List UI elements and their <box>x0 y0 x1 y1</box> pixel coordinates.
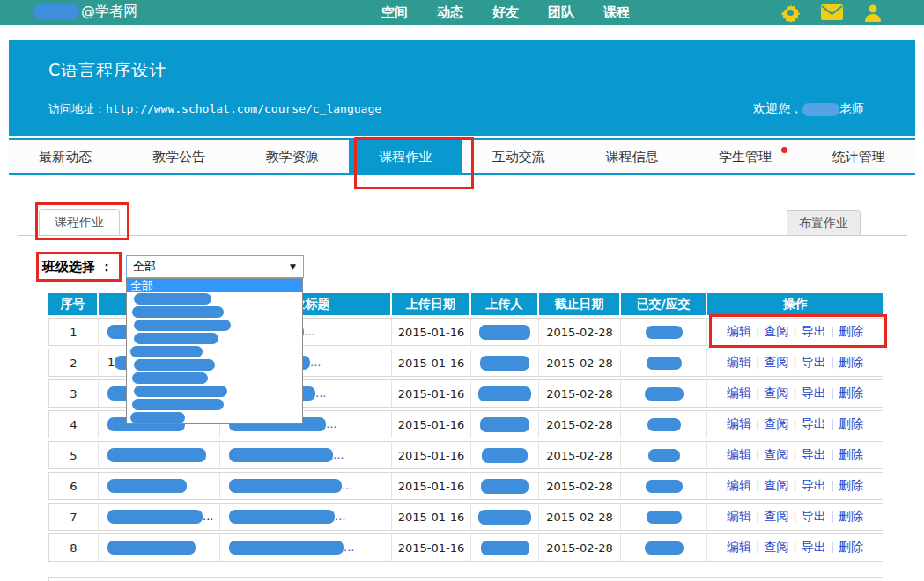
op-separator: | <box>831 479 834 492</box>
review-link[interactable]: 查阅 <box>764 540 788 554</box>
class-option-4[interactable] <box>127 319 302 332</box>
export-link[interactable]: 导出 <box>802 355 826 369</box>
review-link[interactable]: 查阅 <box>764 386 788 400</box>
export-link[interactable]: 导出 <box>802 509 826 523</box>
review-link[interactable]: 查阅 <box>764 355 788 369</box>
delete-link[interactable]: 删除 <box>839 540 863 554</box>
edit-link[interactable]: 编辑 <box>727 386 751 400</box>
redaction-class-name <box>134 359 215 371</box>
op-separator: | <box>793 479 796 492</box>
class-option-1[interactable]: 全部 <box>127 279 302 292</box>
review-link[interactable]: 查阅 <box>764 478 788 492</box>
review-link[interactable]: 查阅 <box>764 447 788 461</box>
site-label-text: @学者网 <box>81 3 137 21</box>
export-link[interactable]: 导出 <box>802 416 826 430</box>
edit-link[interactable]: 编辑 <box>727 324 751 338</box>
tab-4[interactable]: 课程作业 <box>349 140 462 173</box>
cell-deadline: 2015-02-28 <box>539 379 621 408</box>
delete-link[interactable]: 删除 <box>839 509 863 523</box>
redaction-class-name <box>134 293 211 305</box>
export-link[interactable]: 导出 <box>802 478 826 492</box>
tab-3[interactable]: 教学资源 <box>235 140 349 173</box>
topbar: @学者网 空间动态好友团队课程 <box>0 0 924 25</box>
gear-icon[interactable] <box>781 4 800 22</box>
cell-class: ... <box>99 503 220 531</box>
export-link[interactable]: 导出 <box>802 447 826 461</box>
cell-title: ... <box>220 441 392 469</box>
class-option-2[interactable] <box>127 292 302 305</box>
tab-5[interactable]: 互动交流 <box>462 140 576 173</box>
topnav-item-4[interactable]: 团队 <box>548 4 574 21</box>
cell-submitted-count <box>621 503 707 531</box>
op-separator: | <box>756 448 759 461</box>
edit-link[interactable]: 编辑 <box>727 509 751 523</box>
review-link[interactable]: 查阅 <box>764 416 788 430</box>
tab-8[interactable]: 统计管理 <box>802 140 915 173</box>
delete-link[interactable]: 删除 <box>839 416 863 430</box>
edit-link[interactable]: 编辑 <box>727 478 751 492</box>
class-option-3[interactable] <box>127 305 302 319</box>
site-label[interactable]: @学者网 <box>33 3 137 21</box>
class-option-8[interactable] <box>127 371 302 385</box>
tab-7[interactable]: 学生管理 <box>689 140 802 173</box>
delete-link[interactable]: 删除 <box>839 447 863 461</box>
title-ellipsis: ... <box>344 541 354 554</box>
topbar-nav: 空间动态好友团队课程 <box>381 0 630 25</box>
topnav-item-1[interactable]: 空间 <box>381 4 408 21</box>
class-option-10[interactable] <box>127 398 302 411</box>
class-option-6[interactable] <box>127 345 302 358</box>
class-select[interactable]: 全部 ▼ <box>126 255 304 278</box>
class-text-fragment: 1 <box>107 356 115 369</box>
delete-link[interactable]: 删除 <box>839 324 863 338</box>
export-link[interactable]: 导出 <box>802 540 826 554</box>
op-separator: | <box>756 386 759 400</box>
assignment-title-link[interactable]: ... <box>229 448 344 461</box>
class-option-9[interactable] <box>127 385 302 398</box>
col-header-6: 截止日期 <box>539 293 621 315</box>
topnav-item-2[interactable]: 动态 <box>437 4 463 21</box>
cell-seq: 8 <box>48 533 99 562</box>
delete-link[interactable]: 删除 <box>839 355 863 369</box>
review-link[interactable]: 查阅 <box>764 509 788 523</box>
redaction-class-name <box>132 372 208 384</box>
course-url[interactable]: http://www.scholat.com/course/c_language <box>106 102 381 115</box>
tab-1[interactable]: 最新动态 <box>9 140 122 173</box>
cell-submitted-count <box>621 318 707 346</box>
course-tabbar: 最新动态教学公告教学资源课程作业互动交流课程信息学生管理统计管理 <box>9 138 915 175</box>
export-link[interactable]: 导出 <box>802 386 826 400</box>
redaction-class-name <box>130 412 185 423</box>
delete-link[interactable]: 删除 <box>839 386 863 400</box>
edit-link[interactable]: 编辑 <box>727 447 751 461</box>
topnav-item-3[interactable]: 好友 <box>492 4 519 21</box>
cell-operations: 编辑|查阅|导出|删除 <box>707 441 883 469</box>
topnav-item-5[interactable]: 课程 <box>603 4 630 21</box>
edit-link[interactable]: 编辑 <box>727 540 751 554</box>
redaction-class-name <box>132 306 224 318</box>
cell-title: ... <box>220 472 392 500</box>
redaction-uploader <box>478 386 531 401</box>
edit-link[interactable]: 编辑 <box>727 416 751 430</box>
class-select-value: 全部 <box>133 259 156 275</box>
tab-2[interactable]: 教学公告 <box>122 140 236 173</box>
delete-link[interactable]: 删除 <box>839 478 863 492</box>
class-option-11[interactable] <box>127 411 302 424</box>
assignment-title-link[interactable]: ... <box>229 479 352 492</box>
title-ellipsis: ... <box>335 510 345 523</box>
class-option-7[interactable] <box>127 358 302 371</box>
title-ellipsis: ... <box>310 356 321 369</box>
assignment-title-link[interactable]: ... <box>229 510 345 523</box>
assignment-title-link[interactable]: ... <box>229 541 354 554</box>
review-link[interactable]: 查阅 <box>764 324 788 338</box>
title-ellipsis: ... <box>304 325 314 338</box>
assign-homework-button[interactable]: 布置作业 <box>787 210 861 236</box>
cell-submitted-count <box>621 533 707 562</box>
tab-6[interactable]: 课程信息 <box>575 140 689 173</box>
user-icon[interactable] <box>864 4 882 22</box>
edit-link[interactable]: 编辑 <box>727 355 751 369</box>
class-option-5[interactable] <box>127 332 302 345</box>
cell-seq: 2 <box>48 349 99 377</box>
mail-icon[interactable] <box>821 4 843 20</box>
export-link[interactable]: 导出 <box>802 324 826 338</box>
cell-deadline: 2015-02-28 <box>539 318 621 346</box>
redaction-uploader <box>479 325 530 340</box>
